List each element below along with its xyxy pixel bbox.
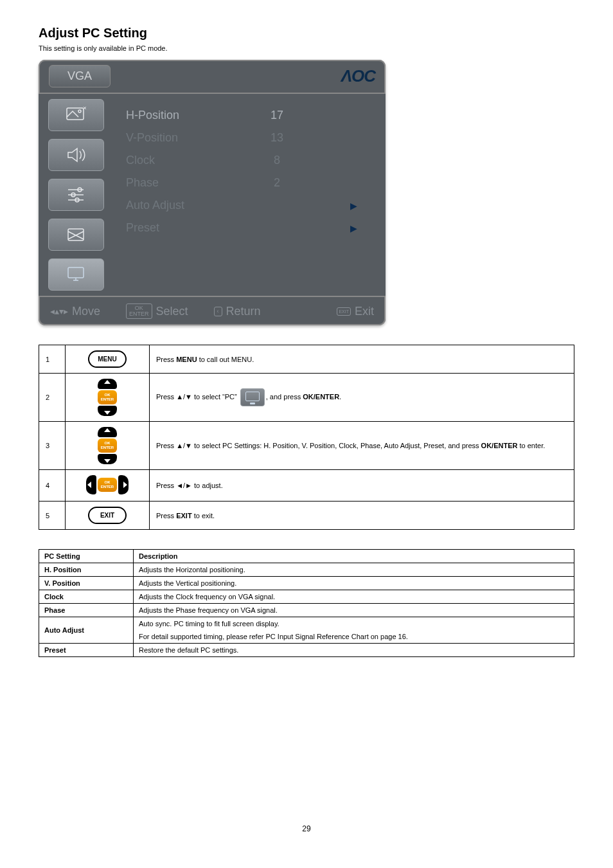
setting-row: V-Position13 [126, 127, 373, 149]
left-arrow-icon [86, 475, 96, 494]
setup-icon [48, 179, 104, 211]
menu-button: MENU [88, 350, 127, 368]
description-table: PC Setting Description H. PositionAdjust… [39, 549, 574, 657]
up-down-ok-icon: OKENTER [98, 427, 117, 464]
setting-desc: Adjusts the Clock frequency on VGA signa… [134, 590, 574, 604]
osd-settings-list: H-Position17V-Position13Clock8Phase2Auto… [113, 94, 386, 296]
step-description: Press MENU to call out MENU. [150, 345, 574, 374]
table-row: 1MENUPress MENU to call out MENU. [39, 345, 574, 374]
setting-name: Clock [39, 590, 134, 604]
footer-move-label: Move [72, 305, 100, 318]
footer-return-label: Return [226, 305, 261, 318]
setting-label: Clock [126, 154, 248, 167]
setting-label: Auto Adjust [126, 199, 248, 212]
ok-enter-icon: OKENTER [98, 390, 117, 404]
setting-row: Clock8 [126, 149, 373, 172]
footer-exit: EXIT Exit [337, 305, 374, 318]
step-number: 4 [39, 470, 66, 502]
setting-row: H-Position17 [126, 104, 373, 127]
setting-value: 17 [248, 109, 306, 122]
svg-rect-5 [68, 229, 84, 240]
page-title: Adjust PC Setting [39, 26, 574, 41]
setting-name: V. Position [39, 577, 134, 590]
page-subtitle: This setting is only available in PC mod… [39, 44, 574, 52]
setting-label: Phase [126, 176, 248, 190]
table-row: 5EXITPress EXIT to exit. [39, 502, 574, 530]
step-description: Press ▲/▼ to select PC Settings: H. Posi… [150, 422, 574, 470]
up-down-ok-icon: OKENTER [98, 379, 117, 416]
table-row: 2OKENTERPress ▲/▼ to select “PC” , and p… [39, 374, 574, 422]
setting-row: Auto Adjust▶ [126, 194, 373, 217]
footer-return: ‹ Return [214, 305, 261, 318]
setting-desc: Adjusts the Vertical positioning. [134, 577, 574, 590]
table-row: 4OKENTERPress ◄/► to adjust. [39, 470, 574, 502]
setting-row: Phase2 [126, 172, 373, 194]
step-number: 5 [39, 502, 66, 530]
step-button-cell: OKENTER [66, 470, 150, 502]
step-description: Press EXIT to exit. [150, 502, 574, 530]
setting-desc: Adjusts the Horizontal positioning. [134, 563, 574, 577]
setting-desc: Restore the default PC settings. [134, 644, 574, 657]
table-row: PresetRestore the default PC settings. [39, 644, 574, 657]
setting-value: 2 [248, 176, 306, 190]
exit-button: EXIT [88, 507, 127, 524]
step-button-cell: OKENTER [66, 422, 150, 470]
table-row: H. PositionAdjusts the Horizontal positi… [39, 563, 574, 577]
step-number: 1 [39, 345, 66, 374]
step-description: Press ▲/▼ to select “PC” , and press OK/… [150, 374, 574, 422]
table-row: Auto AdjustAuto sync. PC timing to fit f… [39, 617, 574, 631]
osd-footer: ◂▴▾▸ Move OKENTER Select ‹ Return EXIT E… [39, 296, 386, 325]
sound-icon [48, 139, 104, 171]
footer-select-label: Select [156, 305, 188, 318]
svg-rect-6 [68, 267, 84, 278]
brand-logo: ΛOC [341, 66, 375, 86]
down-arrow-icon [98, 454, 117, 464]
step-button-cell: EXIT [66, 502, 150, 530]
setting-name: H. Position [39, 563, 134, 577]
setting-value: 13 [248, 131, 306, 145]
steps-table: 1MENUPress MENU to call out MENU.2OKENTE… [39, 345, 574, 530]
setting-desc: Adjusts the Phase frequency on VGA signa… [134, 604, 574, 617]
table-row: ClockAdjusts the Clock frequency on VGA … [39, 590, 574, 604]
osd-category-icons [39, 94, 113, 296]
footer-select: OKENTER Select [126, 303, 188, 319]
setting-label: H-Position [126, 109, 248, 122]
step-description: Press ◄/► to adjust. [150, 470, 574, 502]
header-description: Description [134, 550, 574, 563]
up-arrow-icon [98, 427, 117, 437]
table-row: 3OKENTERPress ▲/▼ to select PC Settings:… [39, 422, 574, 470]
dpad-icon: ◂▴▾▸ [50, 306, 68, 316]
setting-name: Auto Adjust [39, 617, 134, 644]
pc-icon [48, 258, 104, 291]
exit-key-icon: EXIT [337, 307, 351, 316]
osd-header: VGA ΛOC [39, 65, 386, 93]
table-row: V. PositionAdjusts the Vertical position… [39, 577, 574, 590]
setting-name: Phase [39, 604, 134, 617]
triangle-icon: ▶ [350, 223, 357, 233]
svg-point-1 [78, 110, 81, 113]
setting-label: V-Position [126, 131, 248, 145]
setting-row: Preset▶ [126, 217, 373, 239]
page-number: 29 [39, 824, 574, 833]
header-setting: PC Setting [39, 550, 134, 563]
setting-name: Preset [39, 644, 134, 657]
left-right-ok-icon: OKENTER [86, 475, 129, 494]
back-key-icon: ‹ [214, 307, 222, 316]
up-arrow-icon [98, 379, 117, 389]
ok-enter-icon: OKENTER [98, 478, 117, 492]
picture-icon [48, 99, 104, 131]
step-button-cell: OKENTER [66, 374, 150, 422]
setting-desc: For detail supported timing, please refe… [134, 630, 574, 644]
pc-icon [240, 388, 265, 406]
footer-move: ◂▴▾▸ Move [50, 305, 100, 318]
down-arrow-icon [98, 406, 117, 416]
osd-tab: VGA [49, 65, 111, 87]
setting-label: Preset [126, 221, 248, 235]
setting-desc: Auto sync. PC timing to fit full screen … [134, 617, 574, 631]
table-row: PhaseAdjusts the Phase frequency on VGA … [39, 604, 574, 617]
footer-exit-label: Exit [355, 305, 374, 318]
ok-enter-icon: OKENTER [98, 439, 117, 453]
osd-panel: VGA ΛOC H-Position17V-Position13Clock8Ph… [39, 60, 386, 325]
right-arrow-icon [118, 475, 129, 494]
parental-icon [48, 219, 104, 251]
